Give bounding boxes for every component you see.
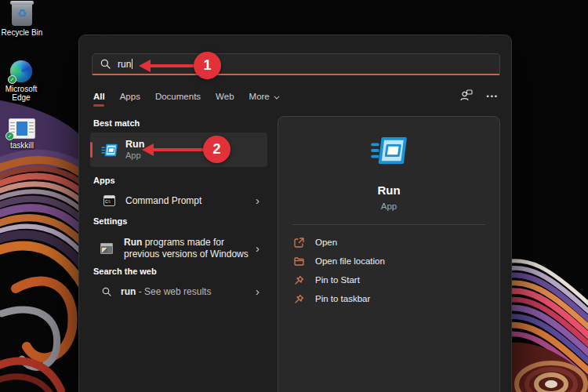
section-header-settings: Settings bbox=[93, 216, 127, 226]
section-header-apps: Apps bbox=[93, 176, 115, 185]
annotation-arrow-1-head bbox=[139, 60, 151, 72]
chevron-right-icon: › bbox=[256, 197, 261, 205]
tab-all[interactable]: All bbox=[93, 92, 105, 101]
run-app-icon-large bbox=[371, 136, 407, 165]
action-label: Pin to Start bbox=[315, 275, 360, 285]
result-label-bold: Run bbox=[124, 237, 142, 248]
section-header-best-match: Best match bbox=[93, 118, 140, 128]
result-compatibility-settings[interactable]: Run programs made for previous versions … bbox=[90, 231, 267, 266]
result-label-rest: programs made for bbox=[142, 237, 224, 248]
preview-subtitle: App bbox=[278, 201, 499, 211]
sync-check-badge-icon: ✓ bbox=[5, 132, 14, 140]
desktop-icon-recycle-bin[interactable]: ♻ Recycle Bin bbox=[0, 2, 45, 37]
annotation-step-2-circle: 2 bbox=[203, 136, 230, 163]
compatibility-settings-icon bbox=[100, 243, 113, 254]
chevron-right-icon: › bbox=[256, 245, 261, 252]
tab-more[interactable]: More bbox=[249, 92, 278, 101]
search-icon bbox=[102, 287, 111, 296]
result-label-rest: - See web results bbox=[136, 286, 211, 297]
chevron-down-icon bbox=[274, 94, 279, 100]
tab-documents[interactable]: Documents bbox=[155, 92, 201, 101]
open-external-icon bbox=[294, 238, 304, 248]
action-pin-to-start[interactable]: Pin to Start bbox=[278, 270, 499, 289]
action-label: Open bbox=[315, 238, 337, 247]
command-prompt-icon bbox=[103, 195, 115, 206]
action-open[interactable]: Open bbox=[278, 233, 499, 252]
divider bbox=[292, 224, 485, 225]
desktop-icon-label: Microsoft Edge bbox=[0, 85, 44, 102]
more-options-icon[interactable]: ••• bbox=[487, 93, 499, 100]
result-label-line2: previous versions of Windows bbox=[124, 249, 249, 260]
annotation-step-1-circle: 1 bbox=[194, 52, 221, 79]
tab-apps[interactable]: Apps bbox=[120, 92, 140, 101]
pin-icon bbox=[294, 294, 304, 304]
search-query-text: run bbox=[118, 59, 131, 70]
text-caret bbox=[132, 59, 132, 69]
action-pin-to-taskbar[interactable]: Pin to taskbar bbox=[278, 289, 499, 308]
search-icon bbox=[100, 59, 111, 69]
result-command-prompt[interactable]: Command Prompt › bbox=[90, 189, 267, 212]
result-label-bold: run bbox=[121, 286, 136, 297]
result-web-search-run[interactable]: run - See web results › bbox=[90, 281, 267, 303]
desktop-icon-label: Recycle Bin bbox=[0, 28, 45, 37]
search-flyout-window: run All Apps Documents Web More ••• Best… bbox=[78, 34, 512, 392]
account-options-icon[interactable] bbox=[460, 89, 473, 104]
result-label: run - See web results bbox=[121, 286, 211, 297]
recycle-bin-icon: ♻ bbox=[12, 2, 32, 26]
sync-check-badge-icon: ✓ bbox=[8, 75, 16, 84]
screen: ♻ Recycle Bin ✓ Microsoft Edge ✓ taskkil… bbox=[0, 0, 588, 392]
selection-accent-bar bbox=[90, 142, 93, 158]
chevron-right-icon: › bbox=[256, 288, 261, 296]
annotation-step-number: 1 bbox=[203, 57, 211, 74]
preview-panel: Run App Open Open file location bbox=[278, 116, 500, 392]
pin-icon bbox=[294, 275, 304, 285]
annotation-arrow-2-shaft bbox=[153, 148, 206, 151]
desktop-icon-taskkill[interactable]: ✓ taskkill bbox=[0, 118, 45, 150]
action-open-file-location[interactable]: Open file location bbox=[278, 252, 499, 270]
desktop-icon-label: taskkill bbox=[0, 141, 45, 150]
run-app-icon bbox=[101, 143, 118, 157]
recycle-arrows-glyph: ♻ bbox=[12, 8, 32, 19]
annotation-arrow-2-head bbox=[142, 143, 154, 156]
preview-title: Run bbox=[278, 183, 499, 197]
result-label: Command Prompt bbox=[125, 195, 201, 206]
annotation-arrow-1-shaft bbox=[150, 64, 197, 67]
folder-icon bbox=[294, 256, 304, 267]
result-label: Run programs made for previous versions … bbox=[124, 237, 249, 260]
annotation-step-number: 2 bbox=[212, 141, 220, 158]
action-label: Open file location bbox=[315, 256, 385, 266]
section-header-search-web: Search the web bbox=[93, 267, 157, 276]
tab-web[interactable]: Web bbox=[216, 92, 234, 101]
desktop-icon-microsoft-edge[interactable]: ✓ Microsoft Edge bbox=[0, 60, 44, 102]
search-filter-tabs: All Apps Documents Web More ••• bbox=[93, 87, 499, 106]
action-label: Pin to taskbar bbox=[315, 294, 370, 303]
